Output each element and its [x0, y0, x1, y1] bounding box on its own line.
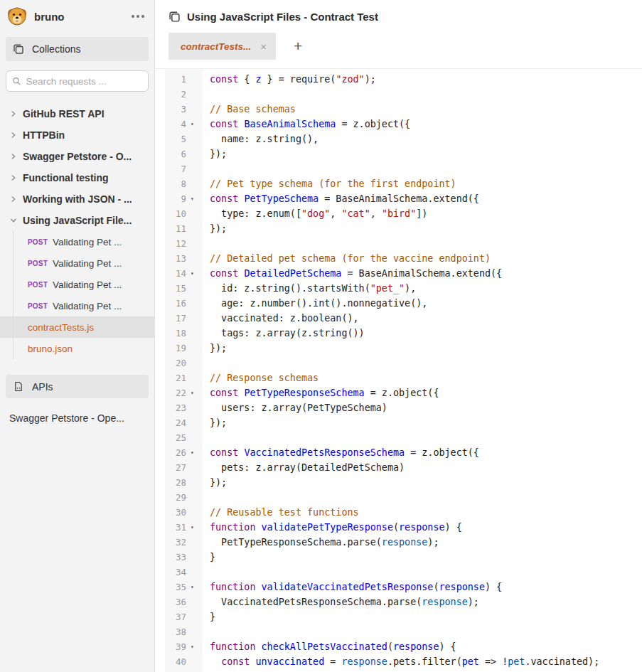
collection-name: Swagger Petstore - O... [23, 151, 132, 162]
fold-marker-icon[interactable]: ▾ [186, 639, 198, 654]
code-text[interactable] [203, 565, 210, 580]
line-number: 34 [165, 565, 186, 580]
request-item[interactable]: POSTValidating Pet ... [0, 295, 154, 316]
code-text[interactable]: // Reusable test functions [203, 505, 359, 520]
collection-item-5[interactable]: Using JavaScript File... [0, 210, 154, 231]
request-item[interactable]: POSTValidating Pet ... [0, 274, 154, 295]
code-text[interactable]: } [203, 550, 215, 565]
line-number: 8 [165, 176, 186, 191]
code-text[interactable]: PetTypeResponseSchema.parse(response); [203, 535, 439, 550]
collection-item-2[interactable]: Swagger Petstore - O... [0, 146, 154, 167]
fold-marker-icon[interactable]: ▾ [186, 385, 198, 400]
code-token: id: z.string().startsWith( [210, 283, 370, 294]
code-text[interactable] [203, 490, 210, 505]
code-text[interactable]: }); [203, 221, 227, 236]
code-token: }); [210, 223, 227, 234]
chevron-down-icon [8, 215, 19, 226]
code-text[interactable]: }); [203, 415, 227, 430]
fold-marker-icon[interactable]: ▾ [186, 191, 198, 206]
code-text[interactable]: }); [203, 341, 227, 356]
code-line: 22▾const PetTypeResponseSchema = z.objec… [155, 385, 642, 400]
fold-marker-icon[interactable]: ▾ [186, 445, 198, 460]
code-text[interactable]: const unvaccinated = response.pets.filte… [203, 654, 599, 669]
code-text[interactable]: function validateVaccinatedPetsResponse(… [203, 580, 502, 594]
collection-item-0[interactable]: GitHub REST API [0, 103, 154, 124]
code-text[interactable]: users: z.array(PetTypeSchema) [203, 400, 387, 415]
collections-section-button[interactable]: Collections [6, 37, 149, 61]
collection-item-4[interactable]: Working with JSON - ... [0, 188, 154, 210]
code-text[interactable]: vaccinated: z.boolean(), [203, 311, 359, 326]
collection-item-3[interactable]: Functional testing [0, 167, 154, 188]
code-token: "pet_" [370, 283, 405, 294]
code-text[interactable] [203, 356, 210, 370]
line-number: 1 [165, 72, 186, 87]
line-number: 21 [165, 370, 186, 385]
code-text[interactable]: // Detailed pet schema (for the vaccine … [203, 251, 491, 266]
close-icon[interactable]: × [260, 41, 267, 52]
request-item[interactable]: POSTValidating Pet ... [0, 252, 154, 274]
fold-marker-icon[interactable]: ▾ [186, 117, 198, 132]
sidebar-menu-button[interactable] [130, 12, 146, 21]
code-line: 37} [155, 609, 642, 624]
code-text[interactable]: VaccinatedPetsResponseSchema.parse(respo… [203, 594, 479, 609]
code-text[interactable]: } [203, 609, 215, 624]
tab-bar: contractTests... × + [155, 33, 642, 69]
request-item[interactable]: POSTValidating Pet ... [0, 231, 154, 252]
code-text[interactable]: id: z.string().startsWith("pet_"), [203, 281, 416, 296]
apis-label: APIs [32, 381, 53, 393]
code-text[interactable]: age: z.number().int().nonnegative(), [203, 296, 427, 311]
code-text[interactable] [203, 624, 210, 639]
code-token: response [341, 656, 387, 667]
line-number: 3 [165, 102, 186, 117]
code-text[interactable]: // Pet type schema (for the first endpoi… [203, 176, 456, 191]
code-text[interactable]: const PetTypeSchema = BaseAnimalSchema.e… [203, 191, 479, 206]
fold-marker-icon[interactable]: ▾ [186, 266, 198, 281]
request-name: Validating Pet ... [53, 279, 122, 290]
code-text[interactable]: function validatePetTypeResponse(respons… [203, 520, 462, 535]
line-number: 38 [165, 624, 186, 639]
tab-contract-tests[interactable]: contractTests... × [168, 33, 276, 60]
code-text[interactable]: tags: z.array(z.string()) [203, 326, 365, 341]
line-number: 9 [165, 191, 186, 206]
code-text[interactable]: name: z.string(), [203, 132, 319, 146]
file-name: contractTests.js [28, 322, 94, 333]
chevron-right-icon [8, 129, 19, 141]
code-text[interactable]: // Base schemas [203, 102, 296, 117]
code-text[interactable]: }); [203, 146, 227, 161]
code-text[interactable]: }); [203, 475, 227, 490]
code-line: 38 [155, 624, 642, 639]
code-editor[interactable]: 1const { z } = require("zod");23// Base … [155, 69, 642, 672]
collection-item-1[interactable]: HTTPBin [0, 124, 154, 146]
line-number: 14 [165, 266, 186, 281]
collections-label: Collections [32, 43, 80, 55]
line-number: 20 [165, 356, 186, 370]
code-text[interactable]: type: z.enum(["dog", "cat", "bird"]) [203, 206, 427, 221]
code-text[interactable]: const DetailedPetSchema = BaseAnimalSche… [203, 266, 502, 281]
gutter-cell: 34 [155, 565, 203, 580]
search-input[interactable] [26, 76, 143, 87]
code-text[interactable]: // Response schemas [203, 370, 319, 385]
new-tab-button[interactable]: + [289, 33, 306, 60]
code-text[interactable]: function checkAllPetsVaccinated(response… [203, 639, 456, 654]
code-text[interactable] [203, 236, 210, 251]
apis-section-button[interactable]: APIs [6, 375, 149, 398]
file-item[interactable]: contractTests.js [0, 316, 154, 338]
code-text[interactable]: const VaccinatedPetsResponseSchema = z.o… [203, 445, 479, 460]
code-text[interactable] [203, 87, 210, 102]
fold-marker-icon[interactable]: ▾ [186, 580, 198, 594]
code-text[interactable]: const PetTypeResponseSchema = z.object({ [203, 385, 439, 400]
code-text[interactable]: pets: z.array(DetailedPetSchema) [203, 460, 405, 475]
fold-marker-icon[interactable]: ▾ [186, 520, 198, 535]
gutter-cell: 6 [155, 146, 203, 161]
code-text[interactable] [203, 430, 210, 445]
gutter-cell: 9▾ [155, 191, 203, 206]
gutter-cell: 27 [155, 460, 203, 475]
code-token: // Detailed pet schema (for the vaccine … [210, 253, 491, 264]
code-text[interactable]: const BaseAnimalSchema = z.object({ [203, 117, 410, 132]
code-text[interactable] [203, 161, 210, 176]
code-line: 12 [155, 236, 642, 251]
apis-list-item[interactable]: Swagger Petstore - Ope... [0, 398, 154, 424]
file-item[interactable]: bruno.json [0, 338, 154, 359]
code-text[interactable]: const { z } = require("zod"); [203, 72, 376, 87]
search-box[interactable] [6, 70, 149, 92]
